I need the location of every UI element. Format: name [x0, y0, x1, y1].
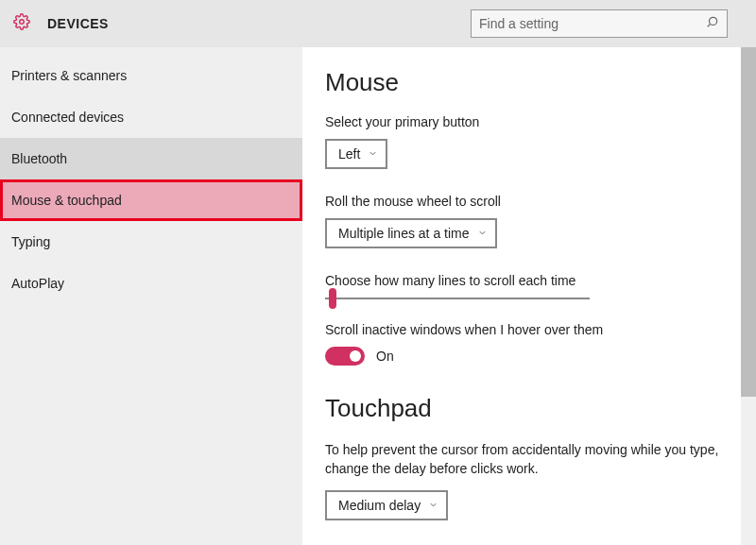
touchpad-section-title: Touchpad — [325, 394, 733, 423]
sidebar-item-typing[interactable]: Typing — [0, 221, 302, 263]
sidebar-item-autoplay[interactable]: AutoPlay — [0, 263, 302, 304]
touchpad-desc: To help prevent the cursor from accident… — [325, 440, 733, 479]
scrollbar[interactable] — [741, 47, 756, 545]
mouse-section-title: Mouse — [325, 68, 733, 97]
wheel-scroll-label: Roll the mouse wheel to scroll — [325, 194, 733, 209]
gear-icon — [9, 13, 47, 34]
content-container: Printers & scanners Connected devices Bl… — [0, 47, 756, 545]
main-panel: Mouse Select your primary button Left Ro… — [302, 47, 756, 545]
header-bar: DEVICES — [0, 0, 756, 47]
slider-thumb[interactable] — [329, 288, 336, 309]
lines-scroll-slider[interactable] — [325, 298, 590, 299]
search-box[interactable] — [471, 9, 728, 38]
chevron-down-icon — [368, 146, 378, 162]
primary-button-dropdown[interactable]: Left — [325, 139, 387, 169]
sidebar-item-connected-devices[interactable]: Connected devices — [0, 96, 302, 138]
primary-button-label: Select your primary button — [325, 114, 733, 129]
search-input[interactable] — [479, 16, 706, 31]
chevron-down-icon — [428, 498, 438, 513]
sidebar-item-bluetooth[interactable]: Bluetooth — [0, 138, 302, 179]
scrollbar-thumb[interactable] — [741, 47, 756, 397]
primary-button-value: Left — [338, 146, 360, 162]
wheel-scroll-value: Multiple lines at a time — [338, 226, 470, 241]
inactive-hover-label: Scroll inactive windows when I hover ove… — [325, 322, 733, 337]
svg-line-2 — [708, 24, 711, 26]
toggle-knob — [350, 350, 361, 362]
lines-scroll-label: Choose how many lines to scroll each tim… — [325, 273, 733, 288]
wheel-scroll-dropdown[interactable]: Multiple lines at a time — [325, 218, 497, 248]
inactive-hover-row: On — [325, 347, 733, 366]
sidebar-item-mouse-touchpad[interactable]: Mouse & touchpad — [0, 179, 302, 221]
chevron-down-icon — [477, 226, 488, 241]
page-title: DEVICES — [47, 16, 109, 31]
sidebar: Printers & scanners Connected devices Bl… — [0, 47, 302, 545]
svg-point-1 — [710, 17, 717, 25]
search-icon — [706, 15, 719, 32]
touchpad-delay-dropdown[interactable]: Medium delay — [325, 490, 448, 520]
inactive-hover-value: On — [376, 349, 394, 364]
svg-point-0 — [20, 20, 25, 25]
sidebar-item-printers[interactable]: Printers & scanners — [0, 55, 302, 96]
touchpad-delay-value: Medium delay — [338, 498, 421, 513]
inactive-hover-toggle[interactable] — [325, 347, 365, 366]
